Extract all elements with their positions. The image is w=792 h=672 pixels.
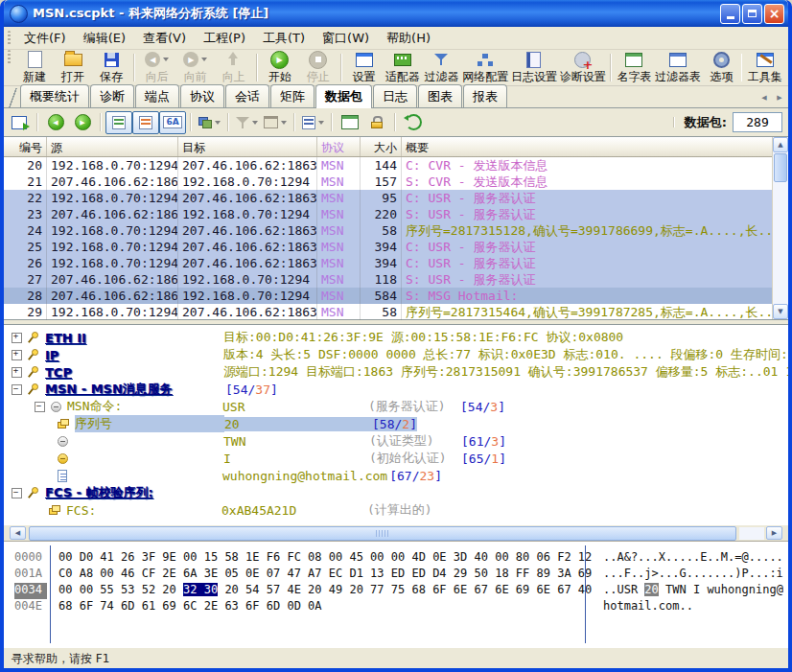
- name-table-button[interactable]: 名字表: [615, 50, 654, 85]
- tree-row[interactable]: wuhongning@hotmail.com[67/23]: [4, 467, 788, 484]
- column-header-size[interactable]: 大小: [361, 137, 402, 156]
- filter-table-button[interactable]: 过滤器表: [654, 50, 703, 85]
- network-config-button[interactable]: 网络配置: [461, 50, 510, 85]
- hex-bytes[interactable]: C0 A8 00 46 CF 2E 6A 3E 05 0E 07 47 A7 E…: [47, 567, 593, 583]
- diagnosis-settings-button[interactable]: 诊断设置: [558, 50, 607, 85]
- toolbar-grip[interactable]: [8, 31, 11, 46]
- tab-diagnosis[interactable]: 诊断: [90, 84, 134, 107]
- adapter-button[interactable]: 适配器: [384, 50, 423, 85]
- tab-matrix[interactable]: 矩阵: [270, 84, 314, 107]
- collapse-toggle[interactable]: [35, 402, 45, 412]
- name-table-quick-button[interactable]: [337, 111, 363, 134]
- hex-bytes[interactable]: 00 D0 41 26 3F 9E 00 15 58 1E F6 FC 08 0…: [47, 550, 593, 567]
- tab-summary[interactable]: 概要统计: [20, 84, 89, 107]
- refresh-button[interactable]: [400, 111, 427, 134]
- tree-row[interactable]: I(初始化认证)[65/1]: [4, 450, 788, 467]
- collapse-toggle[interactable]: [12, 488, 22, 498]
- close-button[interactable]: ×: [764, 4, 784, 24]
- dropdown-caret-icon: [215, 121, 221, 125]
- column-header-no[interactable]: 编号: [4, 137, 47, 156]
- tree-row[interactable]: FCS - 帧校验序列:: [4, 484, 788, 501]
- menu-file[interactable]: 文件(F): [15, 27, 75, 50]
- tree-row[interactable]: TCP源端口:1294 目标端口:1863 序列号:2817315091 确认号…: [4, 363, 788, 381]
- scrollbar-track[interactable]: [739, 527, 764, 540]
- toggle-list-pane-button[interactable]: [105, 111, 132, 134]
- scroll-down-icon[interactable]: ▼: [773, 304, 788, 319]
- table-row[interactable]: 22192.168.0.70:1294207.46.106.62:1863MSN…: [4, 190, 772, 206]
- table-row[interactable]: 26192.168.0.70:1294207.46.106.62:1863MSN…: [4, 255, 772, 271]
- toggle-hex-pane-button[interactable]: 6A: [159, 111, 186, 134]
- column-header-summary[interactable]: 概要: [402, 137, 772, 156]
- scrollbar-thumb[interactable]: [774, 153, 787, 182]
- filter-button[interactable]: 过滤器: [422, 50, 461, 85]
- menu-project[interactable]: 工程(P): [195, 27, 254, 50]
- collapse-toggle[interactable]: [12, 384, 22, 395]
- toolbar-grip[interactable]: [8, 50, 11, 65]
- log-settings-button[interactable]: 日志设置: [510, 50, 559, 85]
- tab-packets[interactable]: 数据包: [315, 84, 372, 108]
- menu-tools[interactable]: 工具(T): [254, 27, 314, 50]
- export-packets-button[interactable]: [6, 111, 33, 134]
- tree-row[interactable]: FCS:0xAB45A21D(计算出的): [4, 501, 788, 519]
- toggle-detail-pane-button[interactable]: [132, 111, 159, 134]
- expand-toggle[interactable]: [12, 367, 22, 378]
- table-row[interactable]: 24192.168.0.70:1294207.46.106.62:1863MSN…: [4, 222, 772, 239]
- tab-endpoints[interactable]: 端点: [135, 84, 179, 107]
- tab-protocols[interactable]: 协议: [180, 84, 224, 107]
- scrollbar-thumb[interactable]: [29, 526, 736, 541]
- table-row-selected[interactable]: 28207.46.106.62:1863192.168.0.70:1294MSN…: [4, 288, 772, 304]
- save-button[interactable]: 保存: [92, 50, 130, 85]
- expand-toggle[interactable]: [12, 333, 22, 343]
- table-row[interactable]: 23207.46.106.62:1863192.168.0.70:1294MSN…: [4, 206, 772, 222]
- tree-row[interactable]: MSN命令:USR(服务器认证)[54/3]: [4, 398, 788, 415]
- tree-row[interactable]: TWN(认证类型)[61/3]: [4, 432, 788, 450]
- hex-ascii[interactable]: ..A&?...X.....E..M.=@.....: [593, 550, 783, 567]
- hex-ascii[interactable]: ..USR 20 TWN I wuhongning@: [593, 583, 783, 599]
- options-button[interactable]: 选项: [703, 50, 741, 85]
- hex-ascii[interactable]: ...F..j>...G.......)P...:i: [593, 567, 783, 583]
- arrange-panes-icon: [198, 117, 212, 128]
- table-row[interactable]: 27207.46.106.62:1863192.168.0.70:1294MSN…: [4, 271, 772, 288]
- tree-row[interactable]: MSN - MSN消息服务[54/37]: [4, 381, 788, 398]
- maximize-button[interactable]: [742, 4, 762, 24]
- hex-bytes[interactable]: 00 00 55 53 52 20 32 30 20 54 57 4E 20 4…: [47, 583, 593, 599]
- menu-help[interactable]: 帮助(H): [378, 27, 439, 50]
- tab-charts[interactable]: 图表: [418, 84, 462, 107]
- scroll-right-icon[interactable]: ▶: [766, 526, 782, 540]
- tab-conversations[interactable]: 会话: [225, 84, 269, 107]
- hex-bytes[interactable]: 68 6F 74 6D 61 69 6C 2E 63 6F 6D 0D 0A: [47, 599, 593, 615]
- table-row[interactable]: 20192.168.0.70:1294207.46.106.62:1863MSN…: [4, 157, 772, 174]
- tree-row[interactable]: IP版本:4 头长:5 DSF:0000 0000 总长:77 标识:0x0E3…: [4, 346, 788, 363]
- toolset-button[interactable]: 工具集: [745, 50, 784, 85]
- scroll-up-icon[interactable]: ▲: [773, 137, 788, 152]
- column-header-protocol[interactable]: 协议: [317, 137, 361, 156]
- tree-row-selected[interactable]: 序列号20[58/2]: [4, 415, 788, 432]
- minimize-button[interactable]: [720, 4, 740, 24]
- prev-packet-button[interactable]: ◀: [42, 111, 69, 134]
- column-header-source[interactable]: 源: [47, 137, 178, 156]
- new-button[interactable]: 新建: [15, 50, 54, 85]
- columns-button[interactable]: [299, 111, 327, 134]
- table-row[interactable]: 29192.168.0.70:1294207.46.106.62:1863MSN…: [4, 304, 772, 320]
- tab-reports[interactable]: 报表: [463, 84, 507, 107]
- open-button[interactable]: 打开: [54, 50, 92, 85]
- menu-view[interactable]: 查看(V): [134, 27, 195, 50]
- menu-edit[interactable]: 编辑(E): [75, 27, 134, 50]
- settings-button[interactable]: 设置: [345, 50, 384, 85]
- table-row[interactable]: 25192.168.0.70:1294207.46.106.62:1863MSN…: [4, 239, 772, 255]
- menu-window[interactable]: 窗口(W): [314, 27, 378, 50]
- tab-logs[interactable]: 日志: [373, 84, 417, 107]
- tab-scroll-right-icon[interactable]: ▶: [773, 90, 786, 104]
- lock-button[interactable]: [363, 111, 390, 134]
- column-header-destination[interactable]: 目标: [178, 137, 317, 156]
- arrange-panes-button[interactable]: [196, 111, 223, 134]
- start-button[interactable]: ▶开始: [261, 50, 299, 85]
- hex-ascii[interactable]: hotmail.com..: [593, 599, 693, 615]
- expand-toggle[interactable]: [12, 350, 22, 360]
- table-row[interactable]: 21207.46.106.62:1863192.168.0.70:1294MSN…: [4, 174, 772, 190]
- tab-scroll-left-icon[interactable]: ◀: [757, 90, 771, 104]
- scroll-left-icon[interactable]: ◀: [10, 526, 26, 540]
- scrollbar-track[interactable]: [773, 183, 788, 304]
- next-packet-button[interactable]: ▶: [69, 111, 96, 134]
- tree-row[interactable]: ETH II目标:00:D0:41:26:3F:9E 源:00:15:58:1E…: [4, 329, 788, 346]
